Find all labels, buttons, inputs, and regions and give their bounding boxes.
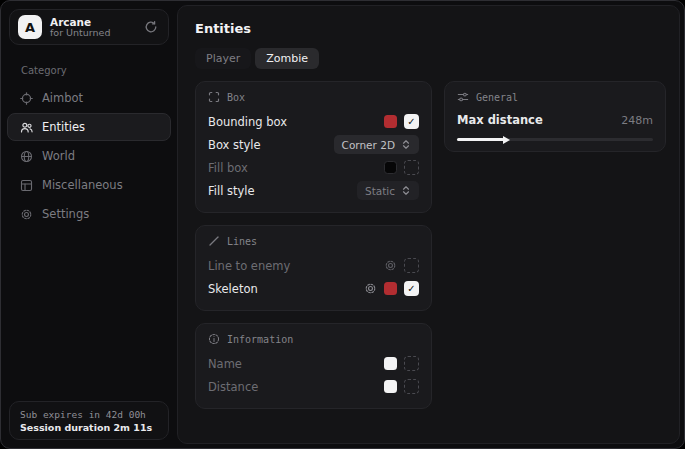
app-title: Arcane xyxy=(50,16,134,28)
max-distance-row: Max distance 248m xyxy=(457,110,653,130)
color-swatch-black[interactable] xyxy=(384,161,397,174)
slider-label: Max distance xyxy=(457,113,621,127)
setting-row-fill-style: Fill style Static xyxy=(208,179,419,202)
app-subtitle: for Unturned xyxy=(50,28,134,39)
setting-row-skeleton: Skeleton ✓ xyxy=(208,277,419,300)
sidebar: A Arcane for Unturned Category A xyxy=(1,1,177,448)
globe-icon xyxy=(20,150,33,163)
left-column: Box Bounding box ✓ Box style Corn xyxy=(195,81,432,409)
settings-gear-icon[interactable] xyxy=(364,282,377,295)
checkbox-checked[interactable]: ✓ xyxy=(404,281,419,296)
setting-label: Fill style xyxy=(208,184,357,198)
grid-icon xyxy=(20,179,33,192)
lines-card: Lines Line to enemy xyxy=(195,225,432,311)
setting-label: Name xyxy=(208,357,384,371)
slider-thumb[interactable] xyxy=(503,136,510,144)
right-column: General Max distance 248m xyxy=(444,81,666,409)
setting-label: Box style xyxy=(208,138,334,152)
setting-label: Line to enemy xyxy=(208,259,384,273)
sidebar-item-label: Miscellaneous xyxy=(42,178,123,192)
users-icon xyxy=(20,121,33,134)
fill-style-dropdown[interactable]: Static xyxy=(357,181,419,200)
setting-row-distance: Distance xyxy=(208,375,419,398)
color-swatch-white[interactable] xyxy=(384,357,397,370)
tab-player[interactable]: Player xyxy=(195,48,251,69)
tab-zombie[interactable]: Zombie xyxy=(255,48,319,69)
color-swatch-red[interactable] xyxy=(384,115,397,128)
crosshair-icon xyxy=(20,92,33,105)
sidebar-item-settings[interactable]: Settings xyxy=(7,200,171,228)
setting-label: Bounding box xyxy=(208,115,384,129)
app-window: A Arcane for Unturned Category A xyxy=(0,0,685,449)
checkbox-unchecked[interactable] xyxy=(404,258,419,273)
info-circle-icon xyxy=(208,333,220,345)
content-columns: Box Bounding box ✓ Box style Corn xyxy=(188,81,666,409)
max-distance-slider[interactable] xyxy=(457,138,653,141)
sidebar-item-label: Entities xyxy=(42,120,85,134)
information-card-title: Information xyxy=(227,334,293,345)
setting-row-bounding-box: Bounding box ✓ xyxy=(208,110,419,133)
sliders-icon xyxy=(457,91,469,103)
setting-label: Distance xyxy=(208,380,384,394)
diagonal-line-icon xyxy=(208,235,220,247)
checkbox-unchecked[interactable] xyxy=(404,160,419,175)
chevron-up-down-icon xyxy=(401,185,411,196)
sidebar-item-label: World xyxy=(42,149,75,163)
setting-label: Skeleton xyxy=(208,282,364,296)
chevron-up-down-icon xyxy=(401,139,411,150)
information-card: Information Name Distance xyxy=(195,323,432,409)
sidebar-item-entities[interactable]: Entities xyxy=(7,113,171,141)
entity-tabs: Player Zombie xyxy=(195,48,666,69)
sidebar-nav: Aimbot Entities World xyxy=(1,84,177,228)
sub-expires-text: Sub expires in 42d 00h xyxy=(20,409,158,420)
sidebar-item-label: Settings xyxy=(42,207,89,221)
slider-value: 248m xyxy=(621,114,653,127)
slider-fill xyxy=(457,138,504,141)
setting-label: Fill box xyxy=(208,161,384,175)
sidebar-item-label: Aimbot xyxy=(42,91,83,105)
general-card: General Max distance 248m xyxy=(444,81,666,152)
color-swatch-white[interactable] xyxy=(384,380,397,393)
gear-icon xyxy=(20,208,33,221)
sidebar-item-miscellaneous[interactable]: Miscellaneous xyxy=(7,171,171,199)
dropdown-value: Static xyxy=(365,185,395,197)
app-meta: Arcane for Unturned xyxy=(50,16,134,39)
sidebar-item-world[interactable]: World xyxy=(7,142,171,170)
general-card-header: General xyxy=(457,91,653,103)
refresh-icon[interactable] xyxy=(142,18,160,36)
box-style-dropdown[interactable]: Corner 2D xyxy=(334,135,419,154)
page-title: Entities xyxy=(195,21,666,36)
setting-row-name: Name xyxy=(208,352,419,375)
app-header-card: A Arcane for Unturned xyxy=(9,9,169,45)
box-card-title: Box xyxy=(227,92,245,103)
information-card-header: Information xyxy=(208,333,419,345)
category-label: Category xyxy=(21,65,177,76)
setting-row-box-style: Box style Corner 2D xyxy=(208,133,419,156)
color-swatch-red[interactable] xyxy=(384,282,397,295)
session-duration-text: Session duration 2m 11s xyxy=(20,422,158,433)
app-logo: A xyxy=(18,15,42,39)
checkbox-unchecked[interactable] xyxy=(404,356,419,371)
checkbox-unchecked[interactable] xyxy=(404,379,419,394)
checkbox-checked[interactable]: ✓ xyxy=(404,114,419,129)
subscription-status-card: Sub expires in 42d 00h Session duration … xyxy=(9,401,169,440)
dropdown-value: Corner 2D xyxy=(342,139,395,151)
general-card-title: General xyxy=(476,92,518,103)
lines-card-title: Lines xyxy=(227,236,257,247)
box-card: Box Bounding box ✓ Box style Corn xyxy=(195,81,432,213)
setting-row-fill-box: Fill box xyxy=(208,156,419,179)
main-panel: Entities Player Zombie Box xyxy=(177,5,680,444)
settings-gear-icon[interactable] xyxy=(384,259,397,272)
sidebar-item-aimbot[interactable]: Aimbot xyxy=(7,84,171,112)
box-corners-icon xyxy=(208,91,220,103)
lines-card-header: Lines xyxy=(208,235,419,247)
setting-row-line-to-enemy: Line to enemy xyxy=(208,254,419,277)
box-card-header: Box xyxy=(208,91,419,103)
